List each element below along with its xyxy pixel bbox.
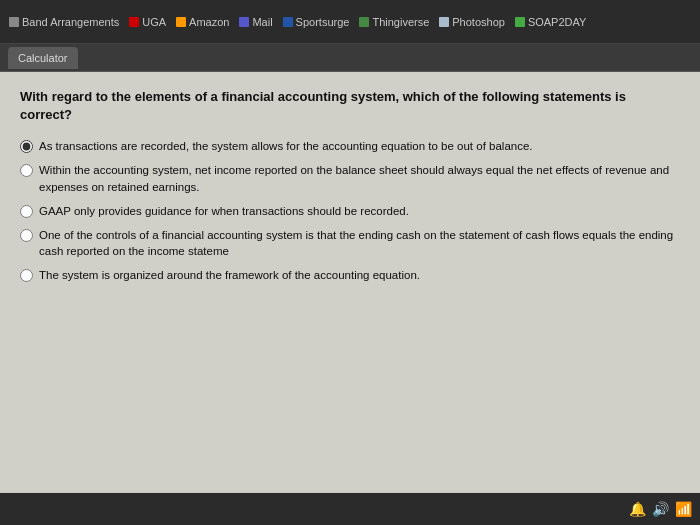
option-c-label: GAAP only provides guidance for when tra… <box>39 203 409 219</box>
bookmark-soap2day[interactable]: SOAP2DAY <box>510 14 592 30</box>
bookmarks-bar: Band Arrangements UGA Amazon Mail Sports… <box>0 0 700 44</box>
bookmark-mail[interactable]: Mail <box>234 14 277 30</box>
option-a[interactable]: As transactions are recorded, the system… <box>20 138 680 154</box>
option-b-label: Within the accounting system, net income… <box>39 162 680 194</box>
radio-c[interactable] <box>20 205 33 218</box>
radio-d[interactable] <box>20 229 33 242</box>
question-text: With regard to the elements of a financi… <box>20 88 680 124</box>
taskbar-notification-icon[interactable]: 🔔 <box>629 501 646 517</box>
option-a-label: As transactions are recorded, the system… <box>39 138 533 154</box>
bookmark-band-arrangements[interactable]: Band Arrangements <box>4 14 124 30</box>
radio-b[interactable] <box>20 164 33 177</box>
bookmark-amazon[interactable]: Amazon <box>171 14 234 30</box>
option-d[interactable]: One of the controls of a financial accou… <box>20 227 680 259</box>
option-b[interactable]: Within the accounting system, net income… <box>20 162 680 194</box>
bookmark-thingiverse[interactable]: Thingiverse <box>354 14 434 30</box>
radio-e[interactable] <box>20 269 33 282</box>
taskbar-volume-icon[interactable]: 🔊 <box>652 501 669 517</box>
bookmark-photoshop[interactable]: Photoshop <box>434 14 510 30</box>
taskbar: 🔔 🔊 📶 <box>0 493 700 525</box>
taskbar-network-icon[interactable]: 📶 <box>675 501 692 517</box>
tab-calculator[interactable]: Calculator <box>8 47 78 69</box>
bookmark-uga[interactable]: UGA <box>124 14 171 30</box>
tab-bar: Calculator <box>0 44 700 72</box>
option-d-label: One of the controls of a financial accou… <box>39 227 680 259</box>
radio-a[interactable] <box>20 140 33 153</box>
option-e-label: The system is organized around the frame… <box>39 267 420 283</box>
option-c[interactable]: GAAP only provides guidance for when tra… <box>20 203 680 219</box>
option-e[interactable]: The system is organized around the frame… <box>20 267 680 283</box>
main-content-area: With regard to the elements of a financi… <box>0 72 700 492</box>
bookmark-sportsurge[interactable]: Sportsurge <box>278 14 355 30</box>
